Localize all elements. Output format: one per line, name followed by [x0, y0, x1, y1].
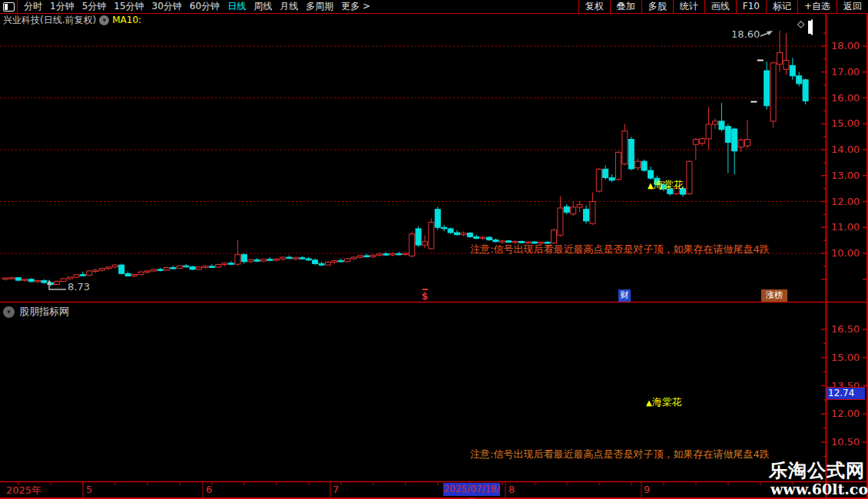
- candle-down: [383, 254, 389, 256]
- x-axis-label: 5: [86, 484, 92, 495]
- candle-up: [700, 139, 705, 144]
- candle-down: [287, 257, 292, 259]
- candle-down: [628, 140, 634, 169]
- price-axis-label: 13.00: [831, 170, 860, 181]
- candle-up: [577, 205, 582, 207]
- tools-menu: 复权叠加多股统计画线F10标记+自选返回: [578, 0, 868, 13]
- split-window-icon[interactable]: [811, 20, 813, 35]
- candle-up: [370, 255, 376, 256]
- candle-up: [403, 253, 408, 255]
- candle-up: [622, 131, 628, 164]
- diamond-icon[interactable]: ◇: [797, 19, 804, 28]
- candle-up: [461, 233, 466, 235]
- price-axis-label: 15.00: [831, 117, 860, 129]
- candle-up: [293, 258, 299, 259]
- candle-down: [184, 266, 189, 267]
- high-arrow-head: [767, 31, 773, 35]
- candle-up: [326, 262, 331, 265]
- indicator-panel-title: 股朋指标网: [19, 305, 69, 319]
- dollar-signal-marker: $: [420, 289, 429, 302]
- x-axis-label: 7: [333, 484, 339, 495]
- window-split-icon: [3, 2, 15, 12]
- tool-menu-item-2[interactable]: 多股: [641, 0, 673, 13]
- candle-down: [603, 169, 608, 177]
- tool-menu-item-0[interactable]: 复权: [578, 0, 610, 13]
- candle-down: [790, 65, 795, 76]
- tool-menu-item-8[interactable]: 返回: [837, 0, 868, 13]
- candle-up: [9, 278, 15, 279]
- candle-up: [22, 279, 28, 281]
- menu-item-4[interactable]: 30分钟: [152, 0, 182, 13]
- candle-down: [448, 229, 453, 233]
- candle-up: [61, 279, 66, 281]
- candle-down: [364, 256, 369, 257]
- candle-up: [687, 161, 692, 193]
- candle-down: [28, 279, 34, 282]
- price-axis-label: 11.00: [831, 221, 860, 233]
- watermark-site-name: 乐淘公式网: [769, 458, 865, 483]
- candle-up: [280, 257, 286, 259]
- tool-menu-item-4[interactable]: 画线: [704, 0, 736, 13]
- low-price-label: 8.73: [68, 281, 90, 292]
- candle-up: [248, 259, 253, 261]
- cai-signal-marker: 财: [618, 289, 631, 302]
- candle-down: [732, 129, 737, 151]
- candle-down: [584, 210, 589, 221]
- period-menu: 分时1分钟5分钟15分钟30分钟60分钟日线周线月线多周期更多 >: [18, 0, 370, 13]
- high-price-label: 18.60: [731, 28, 760, 40]
- candle-up: [616, 152, 621, 179]
- x-axis-label: 6: [206, 484, 212, 495]
- candle-up: [74, 275, 79, 277]
- candle-down: [564, 207, 569, 212]
- candle-down: [396, 253, 402, 255]
- menu-item-1[interactable]: 1分钟: [50, 0, 75, 13]
- candle-down: [125, 273, 131, 276]
- candle-down: [267, 259, 273, 261]
- candle-down: [15, 278, 21, 280]
- window-layout-button[interactable]: [0, 0, 18, 13]
- menu-item-3[interactable]: 15分钟: [114, 0, 144, 13]
- candle-down: [609, 177, 615, 180]
- menu-item-10[interactable]: 更多 >: [341, 0, 370, 13]
- candle-up: [106, 267, 111, 269]
- price-axis-label: 18.00: [831, 40, 860, 51]
- candle-up: [552, 230, 557, 243]
- candle-down: [719, 121, 724, 130]
- candle-up: [390, 253, 396, 255]
- chevron-down-circle-icon[interactable]: ▾: [99, 15, 109, 25]
- candle-up: [377, 254, 383, 256]
- candle-up: [693, 140, 698, 145]
- cursor-date-badge: 2025/07/18/五: [443, 483, 500, 496]
- candle-down: [300, 258, 305, 259]
- menu-item-0[interactable]: 分时: [24, 0, 42, 13]
- candle-up: [55, 281, 60, 284]
- tool-menu-item-7[interactable]: +自选: [797, 0, 837, 13]
- price-axis-label: 12.00: [831, 196, 860, 207]
- menu-item-9[interactable]: 多周期: [306, 0, 333, 13]
- candle-down: [209, 266, 214, 268]
- indicator-axis-label: 15.00: [831, 352, 860, 363]
- menu-item-6[interactable]: 日线: [227, 0, 246, 13]
- indicator-axis-label: 16.50: [831, 323, 860, 335]
- tool-menu-item-3[interactable]: 统计: [673, 0, 704, 13]
- tool-menu-item-6[interactable]: 标记: [766, 0, 797, 13]
- tool-menu-item-1[interactable]: 叠加: [610, 0, 641, 13]
- menu-item-2[interactable]: 5分钟: [82, 0, 107, 13]
- candle-up: [558, 208, 563, 235]
- price-axis-label: 10.00: [831, 247, 860, 259]
- candle-up: [93, 270, 98, 272]
- candle-up: [777, 52, 783, 64]
- stock-app-window: 18.0017.0016.0015.0014.0013.0012.0011.00…: [0, 0, 868, 499]
- menu-item-8[interactable]: 月线: [280, 0, 298, 13]
- candle-up: [177, 266, 182, 268]
- chevron-down-circle-icon[interactable]: ▾: [3, 306, 15, 318]
- candle-up: [216, 265, 221, 267]
- menu-item-7[interactable]: 周线: [253, 0, 272, 13]
- menu-item-5[interactable]: 60分钟: [190, 0, 220, 13]
- tool-menu-item-5[interactable]: F10: [736, 0, 766, 13]
- candle-up: [596, 169, 601, 191]
- candle-up: [332, 260, 337, 262]
- candle-up: [261, 259, 267, 261]
- candle-down: [493, 240, 499, 241]
- candle-down: [190, 267, 195, 269]
